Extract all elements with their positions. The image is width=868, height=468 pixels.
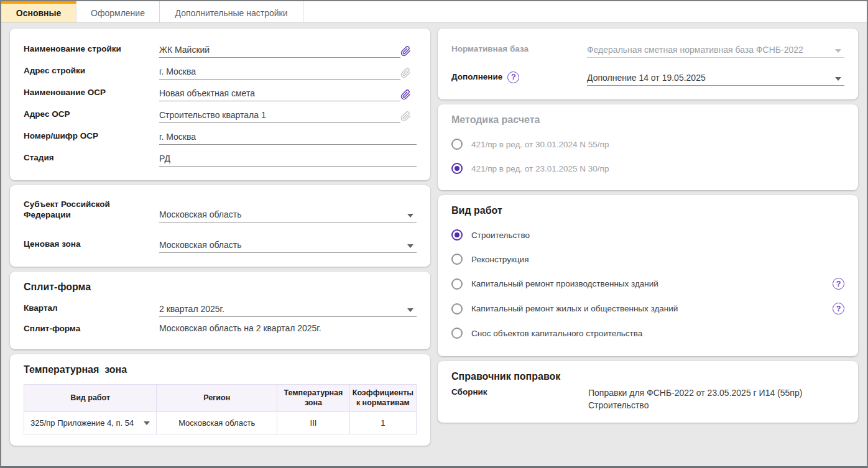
work-option-row[interactable]: Капитальный ремонт производственных здан…	[451, 278, 844, 290]
method-option-label: 421/пр в ред. от 23.01.2025 N 30/пр	[471, 164, 609, 173]
calculation-method-card: Методика расчета 421/пр в ред. от 30.01.…	[438, 104, 858, 190]
tab-additional-settings[interactable]: Дополнительные настройки	[160, 1, 303, 22]
work-option-label: Строительство	[471, 231, 530, 240]
work-option-label: Капитальный ремонт производственных здан…	[471, 279, 658, 288]
radio-checked-icon[interactable]	[451, 229, 463, 241]
collection-value: Поправки для ФСНБ-2022 от 23.05.2025 г И…	[588, 387, 844, 411]
chevron-down-icon	[407, 214, 413, 218]
temperature-zone-card: Температурная зона Вид работ Регион Темп…	[10, 354, 430, 446]
normative-base-select: Федеральная сметная нормативная база ФСН…	[587, 44, 844, 58]
corrections-title: Справочник поправок	[451, 371, 844, 382]
osr-address-row: Адрес ОСР Строительство квартала 1	[24, 104, 417, 126]
price-zone-row: Ценовая зона Московская область	[24, 234, 417, 255]
col-header-region: Регион	[157, 385, 277, 412]
chevron-down-icon	[835, 49, 841, 53]
normative-base-card: Нормативная база Федеральная сметная нор…	[438, 29, 858, 99]
split-form-title: Сплит-форма	[24, 282, 417, 293]
right-column: Нормативная база Федеральная сметная нор…	[438, 29, 858, 446]
temperature-zone-title: Температурная зона	[24, 364, 417, 375]
osr-name-row: Наименование ОСР Новая объектная смета	[24, 82, 417, 104]
corrections-card: Справочник поправок Сборник Поправки для…	[438, 361, 858, 423]
work-option-label: Капитальный ремонт жилых и общественных …	[471, 304, 678, 313]
work-option-label: Снос объектов капитального строительства	[471, 329, 642, 338]
construction-name-input[interactable]: ЖК Майский	[159, 44, 400, 58]
quarter-row: Квартал 2 квартал 2025г.	[24, 298, 417, 319]
radio-unchecked-icon[interactable]	[451, 278, 463, 290]
chevron-down-icon	[835, 77, 841, 81]
tab-design[interactable]: Оформление	[76, 1, 160, 22]
table-header-row: Вид работ Регион Температурная зона Коэф…	[24, 385, 417, 412]
region-cell: Московская область	[157, 412, 277, 434]
quarter-label: Квартал	[24, 303, 159, 314]
stage-row: Стадия РД	[24, 147, 417, 169]
table-row: 325/пр Приложение 4, п. 54 Московская об…	[24, 412, 417, 434]
federal-subject-row: Субъект Российской Федерации Московская …	[24, 195, 417, 225]
osr-address-label: Адрес ОСР	[24, 109, 159, 120]
link-icon[interactable]	[400, 111, 411, 122]
price-zone-select[interactable]: Московская область	[159, 239, 417, 253]
work-option-row[interactable]: Строительство	[451, 229, 844, 241]
work-option-row[interactable]: Снос объектов капитального строительства	[451, 328, 844, 339]
col-header-work-type: Вид работ	[24, 385, 157, 412]
radio-unchecked-icon[interactable]	[451, 328, 463, 339]
temperature-zone-table: Вид работ Регион Температурная зона Коэф…	[24, 384, 417, 434]
method-option-label: 421/пр в ред. от 30.01.2024 N 55/пр	[471, 140, 609, 149]
osr-address-input[interactable]: Строительство квартала 1	[159, 109, 400, 123]
osr-name-input[interactable]: Новая объектная смета	[159, 87, 400, 101]
chevron-down-icon	[144, 421, 150, 425]
construction-address-row: Адрес стройки г. Москва	[24, 60, 417, 82]
main-content: Наименование стройки ЖК Майский Адрес ст…	[1, 23, 867, 446]
method-option-row[interactable]: 421/пр в ред. от 30.01.2024 N 55/пр	[451, 139, 844, 150]
coef-cell: 1	[349, 412, 416, 434]
work-type-select[interactable]: 325/пр Приложение 4, п. 54	[30, 418, 150, 428]
osr-name-label: Наименование ОСР	[24, 88, 159, 98]
chevron-down-icon	[407, 308, 413, 312]
stage-input[interactable]: РД	[159, 152, 417, 167]
link-icon[interactable]	[400, 46, 411, 57]
question-circle-icon[interactable]	[507, 71, 519, 83]
split-form-label: Сплит-форма	[24, 324, 159, 334]
supplement-select[interactable]: Дополнение 14 от 19.05.2025	[587, 71, 844, 86]
general-info-card: Наименование стройки ЖК Майский Адрес ст…	[10, 29, 430, 180]
federal-subject-label: Субъект Российской Федерации	[24, 200, 159, 221]
tab-main[interactable]: Основные	[1, 1, 76, 22]
construction-name-row: Наименование стройки ЖК Майский	[24, 39, 417, 60]
work-type-cell: 325/пр Приложение 4, п. 54	[24, 412, 157, 434]
osr-number-input[interactable]: г. Москва	[159, 131, 417, 145]
split-form-value: Московская область на 2 квартал 2025г.	[159, 322, 417, 336]
price-zone-label: Ценовая зона	[24, 239, 159, 250]
federal-subject-select[interactable]: Московская область	[159, 208, 417, 223]
collection-row: Сборник Поправки для ФСНБ-2022 от 23.05.…	[451, 387, 844, 411]
tab-bar: Основные Оформление Дополнительные настр…	[1, 1, 867, 23]
work-option-label: Реконструкция	[471, 255, 529, 264]
radio-unchecked-icon[interactable]	[451, 254, 463, 265]
method-option-row[interactable]: 421/пр в ред. от 23.01.2025 N 30/пр	[451, 163, 844, 174]
supplement-row: Дополнение Дополнение 14 от 19.05.2025	[451, 67, 844, 88]
supplement-label: Дополнение	[451, 72, 502, 83]
link-icon[interactable]	[400, 68, 411, 78]
construction-name-label: Наименование стройки	[24, 44, 159, 55]
supplement-label-wrap: Дополнение	[451, 71, 587, 83]
region-card: Субъект Российской Федерации Московская …	[10, 185, 430, 267]
question-circle-icon[interactable]	[833, 303, 844, 314]
construction-address-input[interactable]: г. Москва	[159, 65, 400, 80]
work-type-title: Вид работ	[451, 205, 844, 216]
link-icon[interactable]	[400, 89, 411, 100]
stage-label: Стадия	[24, 153, 159, 163]
split-form-row: Сплит-форма Московская область на 2 квар…	[24, 319, 417, 338]
split-form-card: Сплит-форма Квартал 2 квартал 2025г. Спл…	[10, 272, 430, 349]
work-type-card: Вид работ Строительство Реконструкция Ка…	[438, 195, 858, 356]
radio-checked-icon[interactable]	[451, 163, 463, 174]
normative-base-label: Нормативная база	[451, 44, 587, 55]
osr-number-label: Номер/шифр ОСР	[24, 131, 159, 142]
work-option-row[interactable]: Реконструкция	[451, 254, 844, 265]
work-option-row[interactable]: Капитальный ремонт жилых и общественных …	[451, 303, 844, 314]
radio-unchecked-icon[interactable]	[451, 303, 463, 314]
collection-label: Сборник	[451, 387, 588, 398]
zone-cell: III	[277, 412, 350, 434]
question-circle-icon[interactable]	[833, 278, 844, 290]
normative-base-row: Нормативная база Федеральная сметная нор…	[451, 39, 844, 60]
quarter-select[interactable]: 2 квартал 2025г.	[159, 303, 417, 317]
radio-unchecked-icon[interactable]	[451, 139, 463, 150]
chevron-down-icon	[407, 244, 413, 248]
